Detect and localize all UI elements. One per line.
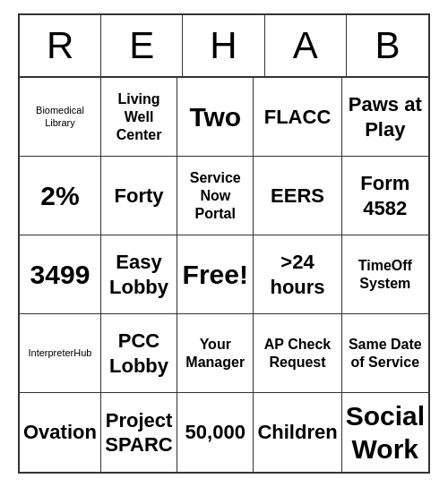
- bingo-cell-19: Same Date of Service: [342, 314, 428, 393]
- bingo-cell-1: Living Well Center: [101, 78, 177, 157]
- bingo-cell-13: >24 hours: [254, 235, 341, 314]
- bingo-cell-15: InterpreterHub: [20, 314, 101, 393]
- bingo-header: REHAB: [20, 15, 428, 78]
- header-letter-b: B: [347, 15, 428, 76]
- bingo-cell-2: Two: [177, 78, 254, 157]
- header-letter-h: H: [183, 15, 264, 76]
- bingo-cell-22: 50,000: [177, 393, 254, 472]
- bingo-cell-0: Biomedical Library: [20, 78, 101, 157]
- bingo-cell-23: Children: [254, 393, 341, 472]
- header-letter-a: A: [265, 15, 347, 76]
- bingo-cell-14: TimeOff System: [342, 235, 428, 314]
- bingo-cell-5: 2%: [20, 157, 101, 235]
- bingo-cell-9: Form 4582: [342, 157, 428, 235]
- bingo-cell-11: Easy Lobby: [101, 235, 177, 314]
- bingo-cell-6: Forty: [101, 157, 177, 235]
- bingo-grid: Biomedical LibraryLiving Well CenterTwoF…: [20, 78, 428, 472]
- bingo-cell-17: Your Manager: [177, 314, 254, 393]
- bingo-cell-10: 3499: [20, 235, 101, 314]
- header-letter-r: R: [20, 15, 101, 76]
- bingo-cell-8: EERS: [254, 157, 341, 235]
- bingo-cell-7: Service Now Portal: [177, 157, 254, 235]
- bingo-cell-21: Project SPARC: [101, 393, 177, 472]
- bingo-cell-3: FLACC: [254, 78, 341, 157]
- bingo-cell-24: Social Work: [342, 393, 428, 472]
- bingo-cell-16: PCC Lobby: [101, 314, 177, 393]
- bingo-cell-18: AP Check Request: [254, 314, 341, 393]
- bingo-card: REHAB Biomedical LibraryLiving Well Cent…: [18, 13, 430, 474]
- header-letter-e: E: [101, 15, 183, 76]
- bingo-cell-20: Ovation: [20, 393, 101, 472]
- bingo-cell-12: Free!: [177, 235, 254, 314]
- bingo-cell-4: Paws at Play: [342, 78, 428, 157]
